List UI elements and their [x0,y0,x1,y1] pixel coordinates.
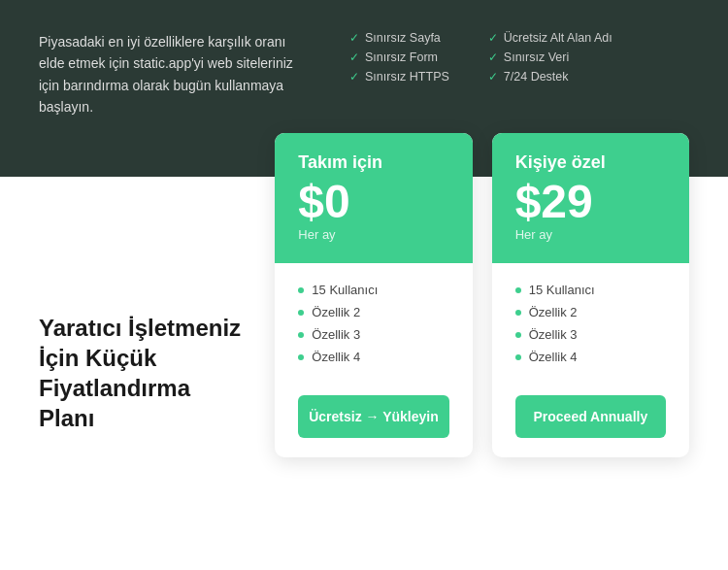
check-icon: ✓ [349,70,359,84]
list-item: Özellik 3 [515,327,666,342]
feature-text: Özellik 4 [529,350,578,364]
description-text: Piyasadaki en iyi özelliklere karşılık o… [39,31,311,118]
bullet-icon [515,310,521,316]
check-icon: ✓ [349,50,359,64]
check-icon: ✓ [488,31,498,45]
bullet-icon [515,287,521,293]
card-button-1[interactable]: Proceed Annually [515,395,666,438]
feature-list: 15 KullanıcıÖzellik 2Özellik 3Özellik 4 [515,283,666,372]
feature-text: Özellik 4 [312,350,360,364]
card-header-1: Kişiye özel $29 Her ay [492,133,689,263]
bullet-icon [298,287,304,293]
cards-area: Takım için $0 Her ay 15 KullanıcıÖzellik… [275,133,689,457]
list-item: Özellik 2 [515,305,666,319]
card-body-0: 15 KullanıcıÖzellik 2Özellik 3Özellik 4Ü… [275,263,472,457]
feature-list: 15 KullanıcıÖzellik 2Özellik 3Özellik 4 [298,283,448,372]
bullet-icon [515,354,521,360]
card-period: Her ay [298,227,448,242]
card-period: Her ay [515,227,666,242]
bullet-icon [515,332,521,338]
pricing-card-1: Kişiye özel $29 Her ay 15 KullanıcıÖzell… [492,133,689,457]
feature-text: Özellik 2 [529,305,578,319]
feature-label: Sınırsız HTTPS [365,70,449,84]
check-icon: ✓ [488,50,498,64]
left-text: Yaratıcı İşletmeniz İçin Küçük Fiyatland… [39,177,246,457]
list-item: Özellik 4 [298,350,448,364]
feature-label: Ücretsiz Alt Alan Adı [504,31,612,45]
feature-label: Sınırsız Form [365,50,438,64]
feature-text: 15 Kullanıcı [529,283,595,297]
feature-label: 7/24 Destek [504,70,569,84]
feature-text: Özellik 3 [529,327,578,342]
card-price: $29 [515,179,666,225]
bottom-section: Yaratıcı İşletmeniz İçin Küçük Fiyatland… [0,177,728,477]
check-icon: ✓ [488,70,498,84]
feature-item: ✓7/24 Destek [488,70,612,84]
card-price: $0 [298,179,448,225]
bullet-icon [298,310,304,316]
list-item: 15 Kullanıcı [515,283,666,297]
list-item: Özellik 4 [515,350,666,364]
card-header-0: Takım için $0 Her ay [275,133,472,263]
list-item: Özellik 2 [298,305,448,319]
pricing-card-0: Takım için $0 Her ay 15 KullanıcıÖzellik… [275,133,472,457]
feature-item: ✓Sınırsız Sayfa [349,31,449,45]
feature-col-2: ✓Ücretsiz Alt Alan Adı✓Sınırsız Veri✓7/2… [488,31,612,84]
feature-text: 15 Kullanıcı [312,283,378,297]
list-item: 15 Kullanıcı [298,283,448,297]
bullet-icon [298,332,304,338]
list-item: Özellik 3 [298,327,448,342]
top-features: ✓Sınırsız Sayfa✓Sınırsız Form✓Sınırsız H… [349,31,689,84]
check-icon: ✓ [349,31,359,45]
page-title: Yaratıcı İşletmeniz İçin Küçük Fiyatland… [39,313,246,434]
feature-item: ✓Ücretsiz Alt Alan Adı [488,31,612,45]
feature-text: Özellik 2 [312,305,360,319]
feature-item: ✓Sınırsız Form [349,50,449,64]
top-description: Piyasadaki en iyi özelliklere karşılık o… [39,31,311,118]
feature-item: ✓Sınırsız HTTPS [349,70,449,84]
card-title: Takım için [298,152,448,173]
card-button-0[interactable]: Ücretsiz → Yükleyin [298,395,448,438]
bullet-icon [298,354,304,360]
feature-text: Özellik 3 [312,327,360,342]
feature-col-1: ✓Sınırsız Sayfa✓Sınırsız Form✓Sınırsız H… [349,31,449,84]
feature-label: Sınırsız Sayfa [365,31,441,45]
card-title: Kişiye özel [515,152,666,173]
feature-item: ✓Sınırsız Veri [488,50,612,64]
feature-label: Sınırsız Veri [504,50,569,64]
card-body-1: 15 KullanıcıÖzellik 2Özellik 3Özellik 4P… [492,263,689,457]
